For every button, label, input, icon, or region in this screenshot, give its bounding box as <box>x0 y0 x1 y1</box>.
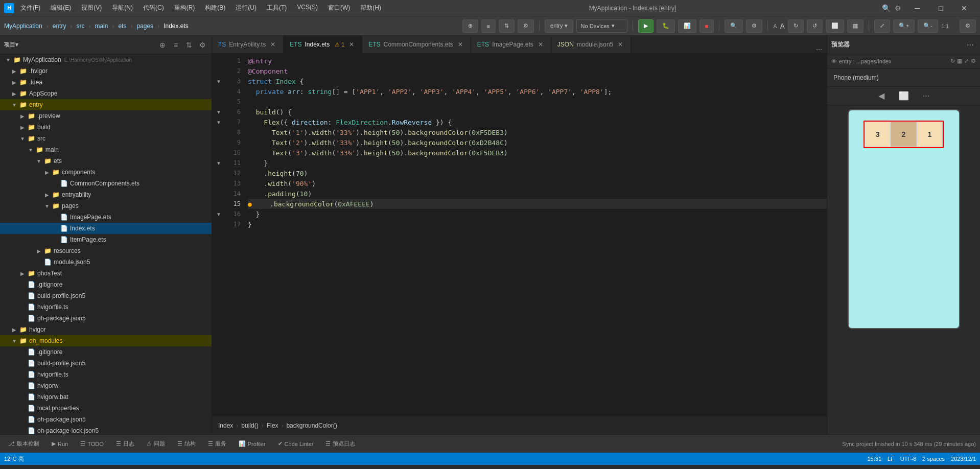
tree-item-resources[interactable]: 📁 resources <box>0 245 212 256</box>
tree-item-root[interactable]: 📁 MyApplication E:\HarmonyOS\MyApplicati… <box>0 54 212 65</box>
tree-item-localprops[interactable]: 📄 local.properties <box>0 403 212 414</box>
code-content[interactable]: @Entry @Component struct Index { private… <box>244 54 827 416</box>
menu-refactor[interactable]: 重构(R) <box>172 3 197 13</box>
tree-item-ohpackage[interactable]: 📄 oh-package.json5 <box>0 313 212 324</box>
version-control-button[interactable]: ⎇ 版本控制 <box>4 437 43 451</box>
tree-item-hvigorfile2[interactable]: 📄 hvigorfile.ts <box>0 369 212 380</box>
menu-code[interactable]: 代码(C) <box>141 3 166 13</box>
breadcrumb-build[interactable]: build() <box>241 422 258 429</box>
profiler-button[interactable]: 📊 Profiler <box>235 437 270 451</box>
tree-item-pages[interactable]: 📁 pages <box>0 200 212 212</box>
tree-item-gitignore2[interactable]: 📄 .gitignore <box>0 346 212 358</box>
settings-button[interactable]: ⚙ <box>518 19 534 33</box>
previewer-more-button[interactable]: ⋯ <box>965 39 976 51</box>
log-button[interactable]: ☰ 日志 <box>112 437 138 451</box>
settings2-button[interactable]: ⚙ <box>746 19 762 33</box>
tab-close-button[interactable]: ✕ <box>269 40 277 49</box>
menu-view[interactable]: 视图(V) <box>79 3 104 13</box>
stop-button[interactable]: ■ <box>699 19 714 33</box>
view-toggle-button[interactable]: ⬜ <box>826 19 844 33</box>
preview-log-button[interactable]: ☰ 预览日志 <box>321 437 359 451</box>
tree-item-idea[interactable]: 📁 .idea <box>0 77 212 88</box>
services-button[interactable]: ☰ 服务 <box>204 437 230 451</box>
close-button[interactable]: ✕ <box>952 0 976 16</box>
tree-item-ohostest[interactable]: 📁 ohosTest <box>0 268 212 279</box>
tree-item-hvigor[interactable]: 📁 .hvigor <box>0 65 212 77</box>
problems-button[interactable]: ⚠ 问题 <box>143 437 169 451</box>
menu-window[interactable]: 窗口(W) <box>326 3 352 13</box>
menu-build[interactable]: 构建(B) <box>203 3 227 13</box>
sort-button[interactable]: ⇅ <box>499 19 515 33</box>
layout-button[interactable]: ▦ <box>847 19 864 33</box>
run-button[interactable]: ▶ <box>638 19 654 33</box>
sidebar-sort-icon[interactable]: ⇅ <box>184 40 194 50</box>
tab-close-button[interactable]: ✕ <box>616 40 624 49</box>
expand-button[interactable]: ⤢ <box>874 19 890 33</box>
breadcrumb-myapp[interactable]: MyApplication <box>4 22 42 30</box>
menu-file[interactable]: 文件(F) <box>18 3 42 13</box>
breadcrumb-flex[interactable]: Flex <box>267 422 278 429</box>
breadcrumb-src[interactable]: src <box>76 22 84 30</box>
menu-help[interactable]: 帮助(H) <box>358 3 383 13</box>
tab-close-button[interactable]: ✕ <box>456 40 464 49</box>
more-button[interactable]: ⚙ <box>960 19 976 33</box>
tree-item-ohpackage2[interactable]: 📄 oh-package.json5 <box>0 414 212 425</box>
menu-tools[interactable]: 工具(T) <box>265 3 289 13</box>
list-view-button[interactable]: ≡ <box>481 19 496 33</box>
restore-button[interactable]: □ <box>929 0 952 16</box>
rotate-button[interactable]: ↻ <box>788 19 804 33</box>
tab-modulejson[interactable]: JSON module.json5 ✕ <box>551 36 631 53</box>
breadcrumb-index[interactable]: Index <box>218 422 233 429</box>
tab-imagepage[interactable]: ETS ImagePage.ets ✕ <box>471 36 551 53</box>
search-icon[interactable]: 🔍 <box>882 4 891 12</box>
breadcrumb-backgroundcolor[interactable]: backgroundColor() <box>286 422 337 429</box>
tree-item-gitignore[interactable]: 📄 .gitignore <box>0 279 212 290</box>
tree-item-hvigorfile[interactable]: 📄 hvigorfile.ts <box>0 301 212 313</box>
search-everywhere-button[interactable]: 🔍 <box>725 19 743 33</box>
breadcrumb-ets[interactable]: ets <box>118 22 126 30</box>
settings-icon[interactable]: ⚙ <box>895 4 901 12</box>
rotate2-button[interactable]: ↺ <box>807 19 823 33</box>
tree-item-main[interactable]: 📁 main <box>0 144 212 155</box>
tree-item-commoncomponents[interactable]: 📄 CommonComponents.ets <box>0 178 212 189</box>
breadcrumb-entry[interactable]: entry <box>53 22 66 30</box>
zoom-out-button[interactable]: 🔍- <box>918 19 938 33</box>
tree-item-build[interactable]: 📁 build <box>0 122 212 133</box>
menu-vcs[interactable]: VCS(S) <box>295 3 320 13</box>
tree-item-buildprofile2[interactable]: 📄 build-profile.json5 <box>0 358 212 369</box>
breadcrumb-main[interactable]: main <box>95 22 108 30</box>
tree-item-imagepage[interactable]: 📄 ImagePage.ets <box>0 212 212 223</box>
expand-preview-icon[interactable]: ⤢ <box>964 58 969 64</box>
back-button[interactable]: ◀ <box>874 89 889 103</box>
tree-item-buildprofile[interactable]: 📄 build-profile.json5 <box>0 290 212 301</box>
tree-item-ohmodules[interactable]: 📁 oh_modules <box>0 335 212 346</box>
tree-item-src[interactable]: 📁 src <box>0 133 212 144</box>
menu-edit[interactable]: 编辑(E) <box>49 3 73 13</box>
sidebar-settings-icon[interactable]: ⚙ <box>197 40 207 50</box>
tree-item-entryability[interactable]: 📁 entryability <box>0 189 212 200</box>
menu-nav[interactable]: 导航(N) <box>110 3 135 13</box>
structure-button[interactable]: ☰ 结构 <box>173 437 200 451</box>
tree-item-modulejson[interactable]: 📄 module.json5 <box>0 256 212 268</box>
tree-item-hvigor-top[interactable]: 📁 hvigor <box>0 324 212 335</box>
tree-item-ohpackagelock[interactable]: 📄 oh-package-lock.json5 <box>0 425 212 434</box>
code-linter-button[interactable]: ✔ Code Linter <box>274 437 318 451</box>
tab-close-button[interactable]: ✕ <box>536 40 545 49</box>
zoom-in-button[interactable]: 🔍+ <box>893 19 915 33</box>
tree-item-hvigorwbat[interactable]: 📄 hvigorw.bat <box>0 391 212 403</box>
breadcrumb-indexets[interactable]: Index.ets <box>164 22 189 30</box>
tree-item-hvigorw[interactable]: 📄 hvigorw <box>0 380 212 391</box>
settings-preview-icon[interactable]: ⚙ <box>971 58 976 64</box>
sidebar-list-icon[interactable]: ≡ <box>171 40 181 50</box>
minimize-button[interactable]: ─ <box>905 0 929 16</box>
tree-item-preview[interactable]: 📁 .preview <box>0 110 212 122</box>
sidebar-add-icon[interactable]: ⊕ <box>157 40 168 50</box>
tab-indexets[interactable]: ETS Index.ets ⚠ 1 ✕ <box>284 36 362 53</box>
code-editor[interactable]: ▼ ▼ ▼ ▼ ▼ 1 2 3 4 <box>212 54 827 416</box>
tree-item-appscope[interactable]: 📁 AppScope <box>0 88 212 99</box>
tree-item-ets[interactable]: 📁 ets <box>0 155 212 167</box>
tree-item-indexets[interactable]: 📄 Index.ets <box>0 223 212 234</box>
home-button[interactable]: ⬜ <box>897 89 911 103</box>
more-options-button[interactable]: ··· <box>919 89 934 103</box>
profile-button[interactable]: 📊 <box>678 19 696 33</box>
